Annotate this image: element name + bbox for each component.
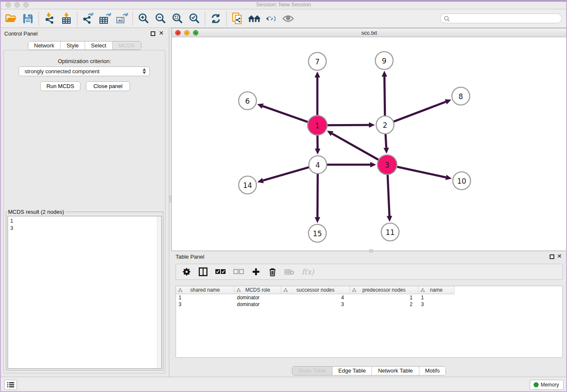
table-panel-title: Table Panel bbox=[176, 254, 204, 260]
graph-edge-2-3[interactable] bbox=[385, 134, 386, 148]
graph-node-label: 6 bbox=[245, 97, 250, 105]
graph-edge-1-6[interactable] bbox=[263, 106, 308, 122]
node-table-header: shared nameMCDS rolesuccessor nodesprede… bbox=[176, 286, 562, 294]
graph-edge-2-9[interactable] bbox=[385, 77, 385, 116]
optimization-criterion-label: Optimization criterion: bbox=[0, 58, 169, 64]
tab-node-table[interactable]: Node Table bbox=[292, 367, 332, 375]
graph-edge-3-11[interactable] bbox=[388, 175, 389, 216]
control-panel: Control Panel ✕ NetworkStyleSelectMCDS O… bbox=[0, 28, 169, 377]
graph-edge-4-15[interactable] bbox=[317, 174, 318, 217]
select-all-icon[interactable] bbox=[215, 267, 226, 277]
graph-edge-4-14[interactable] bbox=[263, 167, 309, 180]
import-network-icon[interactable] bbox=[41, 11, 58, 26]
mcds-result-list[interactable]: 13 bbox=[8, 216, 162, 369]
zoom-selected-icon[interactable] bbox=[186, 11, 203, 26]
float-panel-icon[interactable] bbox=[151, 31, 155, 36]
network-canvas[interactable]: 7968124314101511 bbox=[172, 38, 567, 251]
table-cell: 4 bbox=[281, 294, 350, 301]
column-header-predecessor-nodes[interactable]: predecessor nodes bbox=[350, 286, 418, 294]
export-image-icon[interactable] bbox=[113, 11, 130, 26]
graph-edge-3-10[interactable] bbox=[397, 167, 446, 177]
graph-node-label: 14 bbox=[243, 181, 252, 190]
refresh-icon[interactable] bbox=[207, 11, 224, 26]
mcds-result-box: MCDS result (2 nodes) 13 bbox=[6, 209, 163, 370]
tab-network-table[interactable]: Network Table bbox=[372, 367, 418, 375]
task-history-button[interactable] bbox=[4, 380, 17, 390]
graph-edge-2-8[interactable] bbox=[394, 102, 446, 121]
table-row[interactable]: 3dominator323 bbox=[176, 301, 562, 308]
table-cell: 2 bbox=[350, 301, 418, 308]
tab-select[interactable]: Select bbox=[85, 41, 112, 50]
graph-edge-1-2[interactable] bbox=[328, 125, 369, 125]
zoom-out-icon[interactable] bbox=[152, 11, 169, 26]
selected-criterion: strongly connected component bbox=[25, 68, 99, 75]
table-cell: 1 bbox=[176, 294, 234, 301]
arrowhead-icon bbox=[257, 103, 264, 108]
close-panel-icon[interactable]: ✕ bbox=[159, 30, 164, 36]
arrowhead-icon bbox=[383, 148, 389, 154]
network-window-titlebar[interactable]: × − + scc.txt bbox=[172, 28, 567, 37]
status-bar: Memory bbox=[0, 377, 567, 392]
list-icon bbox=[7, 382, 14, 388]
arrowhead-icon bbox=[315, 72, 320, 77]
session-title: Session: New Session bbox=[0, 0, 567, 9]
graph-edge-3-1[interactable] bbox=[332, 134, 378, 160]
import-table-icon[interactable] bbox=[58, 11, 75, 26]
graph-node-label: 11 bbox=[385, 228, 395, 237]
add-column-icon[interactable] bbox=[251, 267, 261, 277]
result-scrollbar[interactable] bbox=[157, 216, 161, 368]
graph-node-label: 2 bbox=[383, 121, 388, 130]
delete-table-icon bbox=[284, 267, 295, 277]
arrowhead-icon bbox=[382, 71, 387, 77]
zoom-fit-icon[interactable] bbox=[169, 11, 186, 26]
graph-node-label: 8 bbox=[459, 92, 463, 101]
column-label: MCDS role bbox=[245, 287, 270, 293]
tab-motifs[interactable]: Motifs bbox=[419, 367, 446, 375]
graph-node-label: 3 bbox=[385, 161, 390, 169]
column-header-successor-nodes[interactable]: successor nodes bbox=[281, 286, 350, 294]
graph-node-label: 9 bbox=[382, 57, 387, 65]
export-network-icon[interactable] bbox=[80, 11, 96, 26]
tab-mcds[interactable]: MCDS bbox=[112, 41, 140, 50]
table-row[interactable]: 1dominator411 bbox=[176, 294, 562, 301]
open-folder-icon[interactable] bbox=[3, 11, 19, 26]
table-cell: 3 bbox=[418, 301, 454, 308]
zoom-in-icon[interactable] bbox=[135, 11, 152, 26]
global-search[interactable] bbox=[440, 14, 562, 23]
arrowhead-icon bbox=[445, 99, 451, 104]
toolbar-separator bbox=[226, 12, 227, 25]
table-cell: dominator bbox=[234, 294, 281, 301]
memory-button[interactable]: Memory bbox=[530, 380, 564, 390]
close-panel-button[interactable]: Close panel bbox=[86, 81, 130, 91]
tab-edge-table[interactable]: Edge Table bbox=[332, 367, 372, 375]
clone-network-icon[interactable] bbox=[229, 11, 246, 26]
home-icon[interactable] bbox=[246, 11, 263, 26]
gear-icon[interactable] bbox=[182, 267, 191, 277]
close-panel-icon[interactable]: ✕ bbox=[557, 253, 562, 259]
column-header-shared-name[interactable]: shared name bbox=[176, 286, 234, 294]
save-icon[interactable] bbox=[19, 11, 36, 26]
optimization-criterion-select[interactable]: strongly connected component bbox=[19, 66, 150, 76]
run-mcds-button[interactable]: Run MCDS bbox=[40, 81, 80, 91]
column-label: name bbox=[430, 287, 443, 293]
table-cell: 1 bbox=[418, 294, 454, 301]
float-panel-icon[interactable] bbox=[550, 254, 554, 259]
search-icon bbox=[444, 16, 450, 22]
column-header-MCDS-role[interactable]: MCDS role bbox=[234, 286, 281, 294]
hide-details-icon[interactable] bbox=[263, 11, 280, 26]
split-columns-icon[interactable] bbox=[198, 267, 208, 277]
preview-eye-icon[interactable] bbox=[280, 11, 297, 26]
arrowhead-icon bbox=[370, 162, 376, 168]
toolbar-separator bbox=[205, 12, 205, 25]
tab-network[interactable]: Network bbox=[28, 41, 60, 50]
tab-style[interactable]: Style bbox=[60, 41, 85, 50]
delete-icon[interactable] bbox=[268, 267, 277, 277]
column-header-name[interactable]: name bbox=[418, 286, 454, 294]
mcds-result-line: 3 bbox=[8, 224, 161, 232]
table-splitter-handle[interactable] bbox=[369, 249, 373, 252]
graph-node-label: 10 bbox=[457, 177, 466, 185]
export-table-icon[interactable] bbox=[96, 11, 113, 26]
panel-splitter-handle[interactable] bbox=[169, 196, 171, 202]
unselect-all-icon[interactable] bbox=[233, 267, 244, 277]
search-input[interactable] bbox=[452, 16, 558, 22]
